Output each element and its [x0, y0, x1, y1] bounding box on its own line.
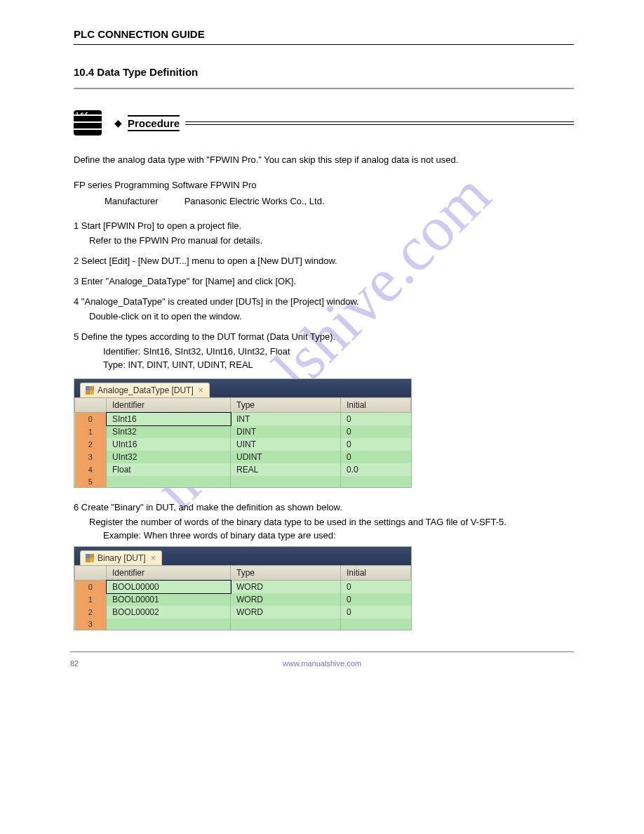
step-5-a: 5 Define the types according to the DUT … [74, 331, 574, 342]
col-type[interactable]: Type [231, 566, 341, 581]
cell-identifier[interactable]: BOOL00002 [107, 606, 231, 618]
step-5-b: Identifier: SInt16, SInt32, UInt16, UInt… [74, 346, 574, 357]
cell-type[interactable]: REAL [231, 463, 341, 476]
row-num: 2 [75, 438, 107, 451]
col-identifier[interactable]: Identifier [107, 398, 231, 413]
manufacturer-row: Manufacturer Panasonic Electric Works Co… [105, 196, 574, 206]
step-6-c: Example: When three words of binary data… [74, 530, 574, 541]
cell-identifier[interactable]: UInt32 [107, 451, 231, 463]
cell-identifier[interactable]: Float [107, 463, 231, 476]
dut-panel-binary: Binary [DUT] × Identifier Type Initial 0… [74, 546, 412, 630]
cell-type[interactable]: DINT [231, 425, 341, 438]
col-identifier[interactable]: Identifier [107, 566, 231, 581]
cell-type[interactable]: WORD [231, 606, 341, 618]
cell-initial[interactable]: 0 [341, 451, 411, 463]
cell-identifier[interactable]: BOOL00000 [107, 581, 231, 594]
panel-titlebar: Binary [DUT] × [74, 547, 411, 565]
row-num: 3 [75, 618, 107, 630]
cell-type[interactable]: UDINT [231, 451, 341, 463]
cell-identifier[interactable]: SInt32 [107, 425, 231, 438]
header-title: PLC CONNECTION GUIDE [74, 28, 574, 40]
col-blank[interactable] [75, 566, 107, 581]
panel-tab-analoge[interactable]: Analoge_DataType [DUT] × [80, 383, 210, 397]
cell-identifier[interactable]: BOOL00001 [107, 593, 231, 606]
cell-initial[interactable] [341, 476, 411, 487]
cell-initial[interactable]: 0.0 [341, 463, 411, 476]
step-4-b: Double-click on it to open the window. [74, 311, 574, 322]
step-1-b: Refer to the FPWIN Pro manual for detail… [74, 235, 574, 246]
table-row[interactable]: 3UInt32UDINT0 [75, 451, 411, 463]
col-initial[interactable]: Initial [341, 398, 411, 413]
manufacturer-label: Manufacturer [105, 196, 182, 206]
cell-type[interactable] [231, 476, 341, 487]
tab-label: Binary [DUT] [98, 553, 146, 563]
row-num: 1 [75, 593, 107, 606]
row-num: 5 [75, 476, 107, 487]
section-heading: 10.4 Data Type Definition [74, 66, 574, 78]
cell-type[interactable]: INT [231, 413, 341, 426]
cell-type[interactable] [231, 618, 341, 630]
close-icon[interactable]: × [199, 385, 203, 395]
cell-identifier[interactable] [107, 476, 231, 487]
row-num: 1 [75, 425, 107, 438]
manufacturer-value: Panasonic Electric Works Co., Ltd. [185, 196, 325, 206]
footer-rule [70, 651, 574, 652]
double-rule [185, 121, 574, 125]
row-num: 4 [75, 463, 107, 476]
step-5-c: Type: INT, DINT, UINT, UDINT, REAL [74, 359, 574, 370]
cell-identifier[interactable]: SInt16 [107, 413, 231, 426]
cell-initial[interactable]: 0 [341, 438, 411, 451]
bullet-icon: ◆ [114, 117, 122, 128]
row-num: 3 [75, 451, 107, 463]
table-row[interactable]: 0BOOL00000WORD0 [75, 581, 411, 594]
intro-text: Define the analog data type with "FPWIN … [74, 152, 574, 168]
cell-initial[interactable]: 0 [341, 581, 411, 594]
table-row[interactable]: 2BOOL00002WORD0 [75, 606, 411, 618]
cell-type[interactable]: WORD [231, 581, 341, 594]
col-type[interactable]: Type [231, 398, 341, 413]
footer-site-link[interactable]: www.manualshive.com [283, 659, 361, 668]
cell-type[interactable]: UINT [231, 438, 341, 451]
dut-icon [86, 554, 94, 562]
cell-initial[interactable]: 0 [341, 413, 411, 426]
dut-table-binary: Identifier Type Initial 0BOOL00000WORD0 … [74, 565, 411, 630]
panel-titlebar: Analoge_DataType [DUT] × [74, 379, 411, 397]
cell-identifier[interactable]: UInt16 [107, 438, 231, 451]
dut-table-analoge: Identifier Type Initial 0SInt16INT0 1SIn… [74, 397, 411, 487]
section-divider [74, 88, 574, 89]
cell-initial[interactable]: 0 [341, 593, 411, 606]
cell-type[interactable]: WORD [231, 593, 341, 606]
step-3: 3 Enter "Analoge_DataType" for [Name] an… [74, 276, 574, 286]
cell-initial[interactable] [341, 618, 411, 630]
header-rule [74, 44, 574, 45]
software-title: FP series Programming Software FPWIN Pro [74, 178, 574, 193]
cell-initial[interactable]: 0 [341, 425, 411, 438]
cell-identifier[interactable] [107, 618, 231, 630]
table-row[interactable]: 0SInt16INT0 [75, 413, 411, 426]
cell-initial[interactable]: 0 [341, 606, 411, 618]
table-row[interactable]: 1BOOL00001WORD0 [75, 593, 411, 606]
page-number: 82 [70, 659, 91, 668]
step-6-a: 6 Create "Binary" in DUT, and make the d… [74, 502, 574, 512]
procedure-heading-row: ◆ Procedure [74, 110, 574, 135]
table-row[interactable]: 2UInt16UINT0 [75, 438, 411, 451]
row-num: 0 [75, 581, 107, 594]
table-row[interactable]: 3 [75, 618, 411, 630]
numbered-list-icon [74, 110, 102, 135]
procedure-title: Procedure [128, 115, 180, 131]
dut-icon [86, 386, 94, 395]
dut-panel-analoge: Analoge_DataType [DUT] × Identifier Type… [74, 378, 412, 488]
col-initial[interactable]: Initial [341, 566, 411, 581]
step-4-a: 4 "Analoge_DataType" is created under [D… [74, 296, 574, 307]
table-row[interactable]: 4FloatREAL0.0 [75, 463, 411, 476]
step-6-b: Register the number of words of the bina… [74, 517, 574, 527]
table-row[interactable]: 1SInt32DINT0 [75, 425, 411, 438]
close-icon[interactable]: × [151, 553, 156, 563]
tab-label: Analoge_DataType [DUT] [98, 385, 194, 395]
step-1-a: 1 Start [FPWIN Pro] to open a project fi… [74, 220, 574, 231]
panel-tab-binary[interactable]: Binary [DUT] × [80, 550, 162, 565]
row-num: 0 [75, 413, 107, 426]
row-num: 2 [75, 606, 107, 618]
col-blank[interactable] [75, 398, 107, 413]
table-row[interactable]: 5 [75, 476, 411, 487]
